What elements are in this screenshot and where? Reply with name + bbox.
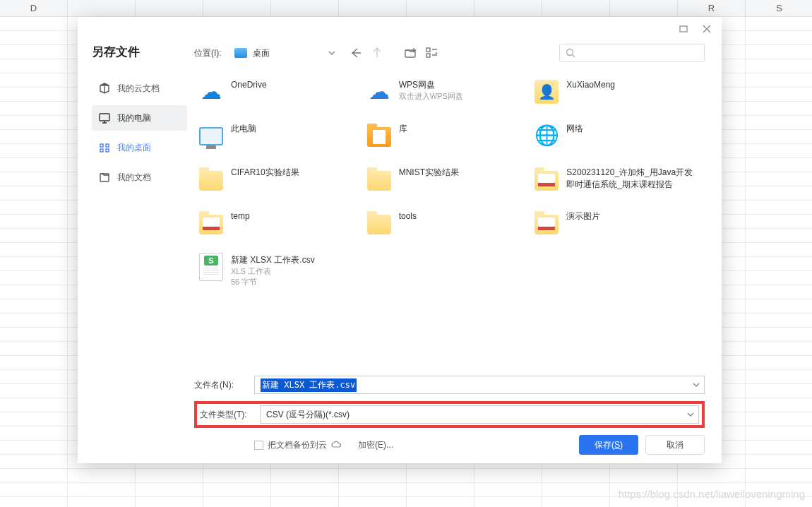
backup-label: 把文档备份到云 [268, 439, 327, 451]
filename-input[interactable]: 新建 XLSX 工作表.csv [254, 376, 705, 394]
chevron-down-icon [687, 411, 694, 418]
folder-pdf-icon [534, 210, 559, 236]
filetype-highlight: 文件类型(T): CSV (逗号分隔)(*.csv) [194, 401, 705, 428]
sidebar-label: 我的文档 [117, 172, 151, 184]
file-item[interactable]: CIFAR10实验结果 [198, 167, 366, 198]
file-item[interactable]: MNIST实验结果 [366, 167, 535, 198]
save-button[interactable]: 保存(S) [579, 435, 638, 455]
csv-icon [198, 254, 224, 280]
col-header[interactable]: S [746, 0, 812, 16]
up-icon[interactable] [370, 46, 384, 60]
file-item-name: tools [399, 210, 417, 222]
backup-checkbox[interactable] [254, 441, 263, 450]
file-item-name: temp [231, 210, 250, 222]
watermark-text: https://blog.csdn.net/liaweiloveningming [619, 488, 805, 500]
search-input[interactable] [575, 48, 698, 58]
new-folder-icon[interactable] [404, 46, 418, 60]
sidebar-item-my-docs[interactable]: 我的文档 [92, 165, 187, 190]
filetype-value: CSV (逗号分隔)(*.csv) [266, 409, 350, 421]
folder-icon [198, 167, 224, 192]
file-item[interactable]: 🌐网络 [534, 123, 702, 154]
sidebar-item-desktop[interactable]: 我的桌面 [92, 135, 187, 160]
dialog-titlebar [78, 17, 722, 41]
location-select[interactable]: 桌面 [229, 44, 342, 62]
filetype-select[interactable]: CSV (逗号分隔)(*.csv) [260, 405, 699, 424]
column-headers: D R S [0, 0, 812, 17]
file-item-name: CIFAR10实验结果 [231, 167, 299, 179]
chevron-down-icon [693, 381, 700, 388]
file-item-name: S200231120_许加炜_用Java开发即时通信系统_期末课程报告 [566, 167, 695, 191]
file-item-name: XuXiaoMeng [566, 79, 615, 91]
desktop-drive-icon [234, 48, 247, 58]
file-item[interactable]: ☁OneDrive [198, 79, 366, 110]
svg-point-10 [567, 49, 573, 56]
file-item[interactable]: S200231120_许加炜_用Java开发即时通信系统_期末课程报告 [534, 167, 702, 198]
file-grid: ☁OneDrive☁WPS网盘双击进入WPS网盘👤XuXiaoMeng此电脑库🌐… [194, 76, 705, 370]
location-value: 桌面 [253, 47, 270, 59]
cloud-icon [331, 440, 341, 450]
svg-rect-3 [106, 144, 109, 147]
back-icon[interactable] [349, 46, 363, 60]
svg-rect-8 [426, 48, 430, 52]
library-icon [366, 123, 392, 148]
file-item-sub2: 56 字节 [231, 277, 315, 287]
file-item-name: WPS网盘 [399, 79, 463, 91]
encrypt-link[interactable]: 加密(E)... [358, 439, 393, 451]
sidebar-item-cloud-docs[interactable]: 我的云文档 [92, 76, 187, 101]
folder-icon [366, 167, 392, 192]
this-pc-icon [198, 123, 224, 148]
search-icon [566, 48, 575, 58]
minimize-icon[interactable] [679, 24, 689, 34]
desktop-icon [99, 142, 110, 153]
chevron-down-icon [328, 49, 336, 57]
svg-rect-9 [426, 54, 430, 57]
filename-value: 新建 XLSX 工作表.csv [261, 378, 357, 392]
cancel-button[interactable]: 取消 [645, 435, 705, 455]
file-item-name: 此电脑 [231, 123, 256, 135]
backup-checkbox-wrap[interactable]: 把文档备份到云 [254, 439, 341, 451]
file-item-name: 演示图片 [566, 210, 600, 222]
cloud-doc-icon [99, 83, 110, 94]
file-item-name: OneDrive [231, 79, 267, 91]
file-item[interactable]: 演示图片 [534, 210, 702, 241]
file-item[interactable]: 新建 XLSX 工作表.csvXLS 工作表56 字节 [198, 254, 366, 288]
wps-cloud-icon: ☁ [366, 79, 392, 105]
sidebar-label: 我的云文档 [117, 83, 160, 95]
svg-rect-2 [100, 144, 103, 147]
folder-pdf-icon [534, 167, 559, 192]
file-item[interactable]: tools [366, 210, 535, 241]
file-item[interactable]: 库 [366, 123, 535, 154]
file-item[interactable]: 👤XuXiaoMeng [534, 79, 702, 110]
save-as-dialog: 另存文件 我的云文档 我的电脑 我的桌面 我的文档 位置(I): [78, 17, 722, 463]
location-label: 位置(I): [194, 47, 222, 59]
folder-icon [366, 210, 392, 236]
sidebar-item-my-pc[interactable]: 我的电脑 [92, 105, 187, 131]
dialog-bottom-form: 文件名(N): 新建 XLSX 工作表.csv 文件类型(T): CSV (逗号… [194, 370, 705, 463]
file-item[interactable]: temp [198, 210, 366, 241]
pc-icon [99, 112, 110, 124]
search-box[interactable] [559, 44, 705, 62]
dialog-title: 另存文件 [92, 44, 187, 60]
file-item[interactable]: ☁WPS网盘双击进入WPS网盘 [366, 79, 535, 110]
filetype-label: 文件类型(T): [200, 409, 260, 421]
file-item[interactable]: 此电脑 [198, 123, 366, 154]
col-header[interactable]: D [0, 0, 68, 16]
svg-rect-4 [100, 149, 103, 152]
svg-rect-0 [680, 26, 687, 32]
sidebar-label: 我的桌面 [117, 142, 151, 154]
dialog-sidebar: 另存文件 我的云文档 我的电脑 我的桌面 我的文档 [78, 41, 187, 463]
file-item-name: MNIST实验结果 [399, 167, 459, 179]
view-options-icon[interactable] [425, 46, 439, 60]
file-item-sub: XLS 工作表 [231, 266, 315, 277]
svg-rect-5 [106, 149, 109, 152]
filename-label: 文件名(N): [194, 379, 254, 391]
file-item-name: 库 [399, 123, 407, 135]
close-icon[interactable] [702, 24, 712, 34]
onedrive-icon: ☁ [198, 79, 224, 105]
sidebar-label: 我的电脑 [117, 112, 151, 124]
docs-icon [99, 172, 110, 183]
col-header[interactable]: R [678, 0, 746, 16]
file-item-name: 新建 XLSX 工作表.csv [231, 254, 315, 266]
dialog-toolbar: 位置(I): 桌面 [194, 41, 705, 65]
file-item-name: 网络 [566, 123, 583, 135]
